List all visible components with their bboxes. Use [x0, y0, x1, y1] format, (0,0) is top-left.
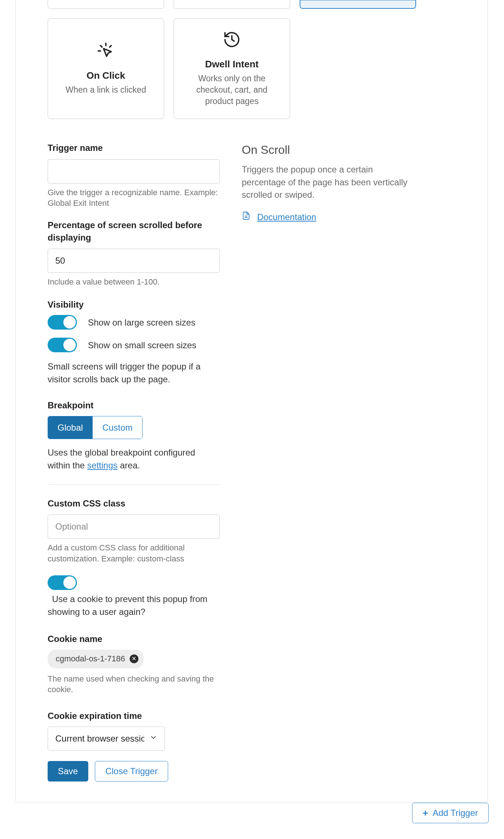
breakpoint-custom[interactable]: Custom	[92, 416, 142, 439]
breakpoint-label: Breakpoint	[48, 399, 220, 412]
trigger-type-cards-row-top	[48, 0, 456, 9]
trigger-name-helper: Give the trigger a recognizable name. Ex…	[48, 187, 220, 209]
close-trigger-button[interactable]: Close Trigger	[95, 761, 168, 782]
document-icon	[242, 211, 251, 223]
toggle-large-screens[interactable]	[48, 315, 77, 330]
click-icon	[97, 42, 115, 63]
cookie-exp-select[interactable]	[48, 727, 165, 751]
svg-line-5	[232, 40, 234, 41]
info-title: On Scroll	[242, 142, 456, 158]
percent-helper: Include a value between 1-100.	[48, 276, 220, 287]
trigger-card-on-click[interactable]: On Click When a link is clicked	[48, 18, 164, 119]
info-desc: Triggers the popup once a certain percen…	[242, 163, 414, 201]
percent-input[interactable]	[48, 249, 220, 273]
visibility-label: Visibility	[48, 298, 220, 311]
cookie-name-chip: cgmodal-os-1-7186 ✕	[48, 650, 144, 668]
cookie-name-helper: The name used when checking and saving t…	[48, 673, 220, 695]
cookie-name-value: cgmodal-os-1-7186	[56, 653, 125, 665]
toggle-small-screens[interactable]	[48, 338, 77, 352]
trigger-name-label: Trigger name	[48, 142, 220, 154]
trigger-card-placeholder[interactable]	[174, 0, 290, 9]
text: area.	[118, 460, 140, 470]
add-trigger-button[interactable]: + Add Trigger	[412, 803, 489, 823]
css-class-label: Custom CSS class	[48, 497, 220, 510]
breakpoint-global[interactable]: Global	[48, 416, 92, 439]
settings-link[interactable]: settings	[87, 460, 118, 470]
toggle-use-cookie[interactable]	[48, 575, 77, 590]
percent-label: Percentage of screen scrolled before dis…	[48, 219, 220, 244]
css-class-helper: Add a custom CSS class for additional cu…	[48, 542, 220, 564]
card-title: Dwell Intent	[205, 57, 259, 71]
css-class-input[interactable]	[48, 515, 220, 539]
info-column: On Scroll Triggers the popup once a cert…	[242, 142, 456, 782]
svg-line-2	[110, 45, 111, 47]
cookie-exp-value[interactable]	[48, 727, 165, 751]
documentation-link[interactable]: Documentation	[257, 211, 316, 223]
save-button[interactable]: Save	[48, 761, 88, 782]
visibility-note: Small screens will trigger the popup if …	[48, 360, 220, 386]
breakpoint-segmented: Global Custom	[48, 416, 142, 439]
trigger-editor-panel: On Click When a link is clicked Dwell In…	[15, 0, 488, 802]
toggle-small-screens-label: Show on small screen sizes	[88, 339, 196, 352]
card-title: On Click	[86, 69, 125, 82]
form-column: Trigger name Give the trigger a recogniz…	[48, 142, 220, 782]
card-desc: Works only on the checkout, cart, and pr…	[184, 73, 279, 107]
cookie-exp-label: Cookie expiration time	[48, 710, 220, 722]
trigger-card-dwell-intent[interactable]: Dwell Intent Works only on the checkout,…	[174, 18, 290, 119]
plus-icon: +	[423, 808, 428, 819]
breakpoint-desc: Uses the global breakpoint configured wi…	[48, 446, 220, 472]
add-trigger-label: Add Trigger	[433, 808, 478, 818]
card-desc: When a link is clicked	[66, 84, 146, 96]
divider	[48, 485, 220, 485]
trigger-card-placeholder[interactable]	[48, 0, 164, 9]
history-icon	[223, 30, 241, 52]
trigger-name-input[interactable]	[48, 159, 220, 183]
toggle-use-cookie-label: Use a cookie to prevent this popup from …	[48, 593, 220, 619]
remove-icon[interactable]: ✕	[130, 654, 138, 663]
cookie-name-label: Cookie name	[48, 633, 220, 645]
trigger-type-cards-row: On Click When a link is clicked Dwell In…	[48, 18, 456, 119]
svg-line-1	[100, 45, 102, 47]
trigger-card-selected[interactable]	[300, 0, 416, 9]
toggle-large-screens-label: Show on large screen sizes	[88, 316, 195, 329]
